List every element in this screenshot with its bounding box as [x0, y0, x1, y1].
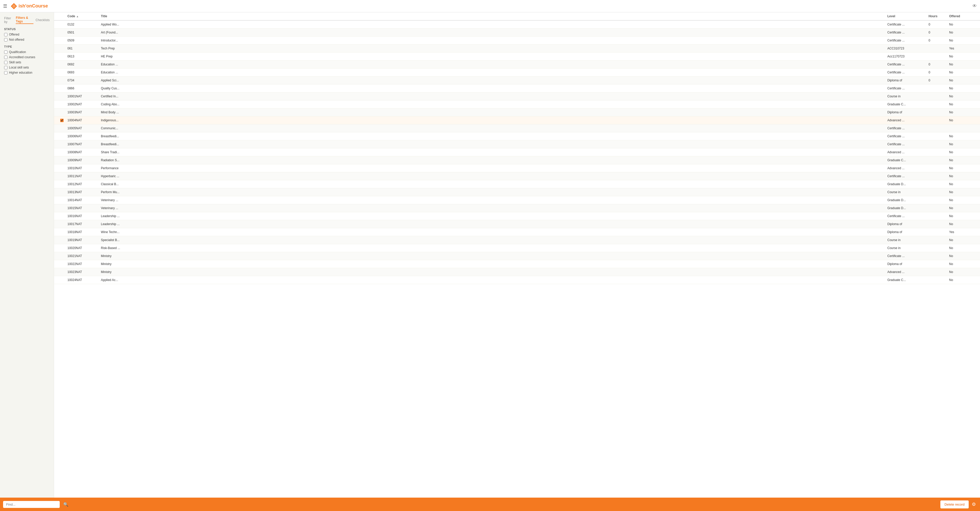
- type-label-1: Accredited courses: [9, 55, 35, 59]
- table-row[interactable]: 10001NATCertified In...Course inNo: [54, 93, 980, 101]
- table-row[interactable]: 0734Applied Sci...Diploma of0No: [54, 77, 980, 85]
- row-code-11: 10003NAT: [67, 110, 101, 114]
- type-checkbox-4[interactable]: [4, 71, 8, 74]
- search-icon: 🔍: [63, 502, 68, 507]
- type-option-4[interactable]: Higher education: [4, 71, 50, 74]
- table-row[interactable]: 10013NATPerform Mu...Course inNo: [54, 188, 980, 196]
- table-row[interactable]: 10024NATApplied Ac...Graduate C...No: [54, 276, 980, 284]
- type-checkbox-2[interactable]: [4, 61, 8, 64]
- row-code-25: 10017NAT: [67, 222, 101, 226]
- row-code-21: 10013NAT: [67, 190, 101, 194]
- type-option-0[interactable]: Qualification: [4, 50, 50, 54]
- sort-arrow-icon: ▲: [76, 15, 79, 18]
- type-option-1[interactable]: Accredited courses: [4, 55, 50, 59]
- row-title-0: Applied Wo...: [101, 23, 887, 26]
- row-title-4: HE Prep: [101, 54, 887, 58]
- table-row[interactable]: 10011NATHyperbaric ...Certificate ...No: [54, 172, 980, 180]
- table-row[interactable]: 10012NATClassical B...Graduate D...No: [54, 180, 980, 188]
- row-hours-1: 0: [929, 30, 949, 34]
- tab-filters-tags[interactable]: Filters & Tags: [16, 16, 33, 24]
- table-row[interactable]: 10018NATWine Techn...Diploma ofYes: [54, 228, 980, 236]
- table-row[interactable]: 10003NATMind Body ...Diploma ofNo: [54, 109, 980, 117]
- th-hours[interactable]: Hours: [929, 14, 949, 18]
- table-row[interactable]: 10005NATCommunic...Certificate ...: [54, 125, 980, 133]
- row-level-3: ACC310723: [887, 46, 929, 50]
- status-checkbox-1[interactable]: [4, 38, 8, 42]
- row-offered-2: No: [949, 38, 980, 42]
- gear-button[interactable]: ⚙: [971, 500, 977, 508]
- find-input[interactable]: [3, 501, 60, 508]
- table-row[interactable]: 10023NATMinistryAdvanced ...No: [54, 268, 980, 276]
- type-option-2[interactable]: Skill sets: [4, 61, 50, 64]
- row-level-22: Graduate D...: [887, 198, 929, 202]
- table-row[interactable]: 10019NATSpecialist B...Course inNo: [54, 236, 980, 244]
- row-title-16: Share Tradi...: [101, 150, 887, 154]
- table-row[interactable]: 10020NATRisk-Based ...Course inNo: [54, 244, 980, 252]
- type-checkbox-0[interactable]: [4, 51, 8, 54]
- row-offered-24: No: [949, 214, 980, 218]
- row-title-26: Wine Techn...: [101, 230, 887, 234]
- table-row[interactable]: 10007NATBreastfeedi...Certificate ...No: [54, 141, 980, 149]
- eye-icon[interactable]: 👁: [972, 3, 977, 9]
- row-code-31: 10023NAT: [67, 270, 101, 274]
- status-checkbox-0[interactable]: [4, 33, 8, 36]
- table-row[interactable]: 0509Introductor...Certificate ...0No: [54, 37, 980, 45]
- table-row[interactable]: 0501Art (Found...Certificate ...0No: [54, 29, 980, 37]
- row-checkbox-12[interactable]: [60, 119, 64, 122]
- th-title[interactable]: Title: [101, 14, 887, 18]
- th-offered[interactable]: Offered: [949, 14, 980, 18]
- search-button[interactable]: 🔍: [62, 501, 70, 508]
- table-row[interactable]: 0613HE PrepAcc1170723No: [54, 53, 980, 61]
- table-row[interactable]: 10016NATLeadership ...Certificate ...No: [54, 212, 980, 220]
- table-row[interactable]: 10004NATIndigenous...Advanced ...No: [54, 117, 980, 125]
- status-option-0[interactable]: Offered: [4, 33, 50, 36]
- row-level-28: Course in: [887, 246, 929, 250]
- row-level-18: Advanced ...: [887, 166, 929, 170]
- table-row[interactable]: 10017NATLeadership ...Diploma ofNo: [54, 220, 980, 228]
- type-option-3[interactable]: Local skill sets: [4, 65, 50, 69]
- th-offered-label: Offered: [949, 14, 960, 18]
- row-code-19: 10011NAT: [67, 174, 101, 178]
- table-row[interactable]: 10008NATShare Tradi...Advanced ...No: [54, 149, 980, 156]
- row-title-1: Art (Found...: [101, 30, 887, 34]
- type-checkbox-3[interactable]: [4, 66, 8, 69]
- table-row[interactable]: 10015NATVeterinary ...Graduate D...No: [54, 204, 980, 212]
- row-offered-16: No: [949, 150, 980, 154]
- row-code-10: 10002NAT: [67, 102, 101, 106]
- hamburger-icon[interactable]: ☰: [3, 3, 7, 9]
- delete-record-button[interactable]: Delete record: [940, 500, 969, 508]
- row-offered-28: No: [949, 246, 980, 250]
- row-offered-31: No: [949, 270, 980, 274]
- th-code[interactable]: Code ▲: [67, 14, 101, 18]
- row-hours-2: 0: [929, 38, 949, 42]
- th-level[interactable]: Level: [887, 14, 929, 18]
- table-row[interactable]: 10002NATCoding Abo...Graduate C...No: [54, 101, 980, 109]
- row-level-32: Graduate C...: [887, 278, 929, 282]
- th-checkbox: [56, 14, 67, 18]
- row-level-1: Certificate ...: [887, 30, 929, 34]
- row-code-32: 10024NAT: [67, 278, 101, 282]
- table-row[interactable]: 0866Quality Cus...Certificate ...No: [54, 85, 980, 93]
- row-offered-17: No: [949, 158, 980, 162]
- status-option-1[interactable]: Not offered: [4, 38, 50, 42]
- row-offered-6: No: [949, 70, 980, 74]
- row-title-32: Applied Ac...: [101, 278, 887, 282]
- tab-checklists[interactable]: Checklists: [35, 18, 50, 22]
- table-row[interactable]: 0692Education ...Certificate ...0No: [54, 61, 980, 69]
- row-title-19: Hyperbaric ...: [101, 174, 887, 178]
- row-offered-15: No: [949, 142, 980, 146]
- table-row[interactable]: 0693Education ...Certificate ...0No: [54, 69, 980, 77]
- table-row[interactable]: 10006NATBreastfeedi...Certificate ...No: [54, 133, 980, 141]
- table-row[interactable]: 10009NATRadiation S...Graduate C...No: [54, 156, 980, 164]
- row-title-18: Performance: [101, 166, 887, 170]
- table-row[interactable]: 10021NATMinistryCertificate ...No: [54, 252, 980, 260]
- row-code-17: 10009NAT: [67, 158, 101, 162]
- row-code-14: 10006NAT: [67, 134, 101, 138]
- type-checkbox-1[interactable]: [4, 56, 8, 59]
- table-row[interactable]: 10022NATMinistryDiploma ofNo: [54, 260, 980, 268]
- table-row[interactable]: 10010NATPerformanceAdvanced ...No: [54, 164, 980, 172]
- th-level-label: Level: [887, 14, 895, 18]
- table-row[interactable]: 0132Applied Wo...Certificate ...0No: [54, 21, 980, 29]
- table-row[interactable]: 10014NATVeterinary ...Graduate D...No: [54, 196, 980, 204]
- table-row[interactable]: 061Tech PrepACC310723Yes: [54, 45, 980, 53]
